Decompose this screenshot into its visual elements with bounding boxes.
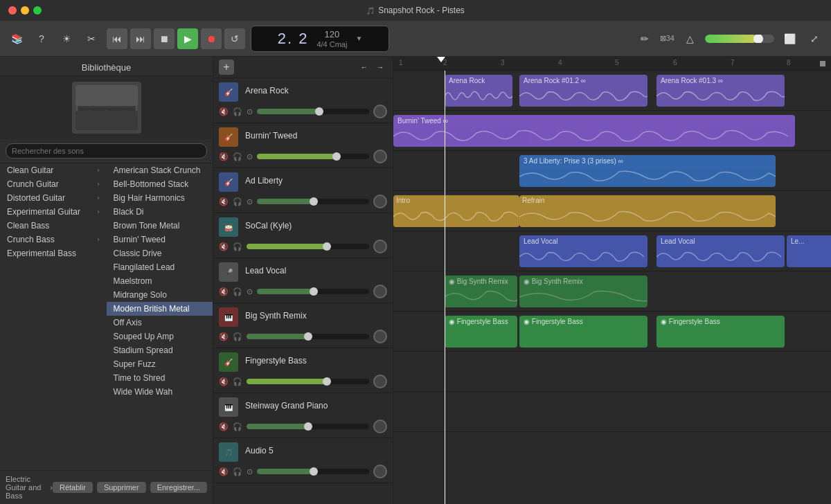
cat-big-hair[interactable]: Big Hair Harmonics (107, 191, 213, 205)
time-sig-arrow[interactable]: ▼ (355, 35, 362, 42)
mute-icon[interactable]: 🔇 (219, 467, 229, 476)
tracks-arrow-right[interactable]: → (373, 60, 387, 74)
cat-classic-drive[interactable]: Classic Drive (107, 246, 213, 260)
cat-crunch-bass[interactable]: Crunch Bass › (0, 233, 107, 246)
track-volume-knob[interactable] (373, 330, 387, 343)
track-volume-knob[interactable] (373, 375, 387, 388)
headphone-icon[interactable]: 🎧 (233, 332, 242, 341)
delete-button[interactable]: Supprimer (97, 482, 146, 493)
clip-burnin-tweed[interactable]: Burnin' Tweed ∞ (393, 115, 795, 147)
rewind-button[interactable]: ⏮ (107, 28, 127, 49)
brightness-icon-btn[interactable]: ☀ (57, 29, 76, 48)
close-button[interactable] (8, 6, 17, 15)
mute-icon[interactable]: 🔇 (219, 332, 229, 341)
track-volume-knob[interactable] (373, 105, 387, 118)
mute-icon[interactable]: 🔇 (219, 422, 229, 431)
mute-icon[interactable]: 🔇 (219, 197, 229, 206)
track-fader[interactable] (257, 469, 369, 474)
headphone-icon[interactable]: 🎧 (233, 152, 242, 161)
reset-button[interactable]: Rétablir (53, 482, 93, 493)
tracks-arrow-left[interactable]: ← (357, 60, 371, 74)
search-input[interactable] (6, 143, 207, 159)
cat-black-di[interactable]: Black Di (107, 205, 213, 219)
clip-arena-rock-3[interactable]: Arena Rock #01.3 ∞ (656, 75, 785, 107)
clip-ad-liberty[interactable]: 3 Ad Liberty: Prise 3 (3 prises) ∞ (519, 155, 776, 187)
maximize-button[interactable] (33, 6, 42, 15)
clip-arena-rock-1[interactable]: Arena Rock (445, 75, 512, 107)
track-fader[interactable] (257, 199, 369, 204)
library-icon-btn[interactable]: 📚 (7, 29, 26, 48)
mute-icon[interactable]: 🔇 (219, 107, 229, 116)
headphone-icon[interactable]: 🎧 (233, 107, 242, 116)
record-icon[interactable]: ⊙ (247, 107, 253, 116)
headphone-icon[interactable]: 🎧 (233, 377, 242, 386)
stop-button[interactable]: ⏹ (154, 28, 175, 49)
cat-midrange-solo[interactable]: Midrange Solo (107, 288, 213, 302)
record-icon[interactable]: ⊙ (247, 152, 253, 161)
clip-lead-vocal-1[interactable]: Lead Vocal (519, 235, 647, 267)
loop-button[interactable]: ↺ (224, 28, 245, 49)
pencil-icon-btn[interactable]: ✏ (635, 29, 654, 48)
clip-big-synth-1[interactable]: ◉ Big Synth Remix (445, 276, 517, 307)
cat-clean-guitar[interactable]: Clean Guitar › (0, 163, 107, 177)
cat-bell-bottomed[interactable]: Bell-Bottomed Stack (107, 177, 213, 191)
headphone-icon[interactable]: 🎧 (233, 242, 242, 251)
clip-lead-vocal-3[interactable]: Le... (787, 235, 831, 267)
clip-fingerstyle-1[interactable]: ◉ Fingerstyle Bass (445, 316, 517, 348)
clip-lead-vocal-2[interactable]: Lead Vocal (656, 235, 785, 267)
share-icon-btn[interactable]: △ (680, 29, 699, 48)
scissors-icon-btn[interactable]: ✂ (82, 29, 101, 48)
cat-experimental-guitar[interactable]: Experimental Guitar › (0, 205, 107, 219)
track-volume-knob[interactable] (373, 150, 387, 163)
track-volume-knob[interactable] (373, 285, 387, 298)
cat-stadium-spread[interactable]: Stadium Spread (107, 343, 213, 357)
track-volume-knob[interactable] (373, 240, 387, 253)
headphone-icon[interactable]: 🎧 (233, 287, 242, 296)
clip-refrain[interactable]: Refrain (519, 195, 776, 227)
cat-time-shred[interactable]: Time to Shred (107, 371, 213, 385)
track-volume-knob[interactable] (373, 195, 387, 208)
record-icon[interactable]: ⊙ (247, 467, 253, 476)
mute-icon[interactable]: 🔇 (219, 287, 229, 296)
headphone-icon[interactable]: 🎧 (233, 197, 242, 206)
clip-fingerstyle-3[interactable]: ◉ Fingerstyle Bass (656, 316, 785, 348)
tracks-timeline[interactable]: Arena Rock Arena Rock #01.2 ∞ Arena Rock… (393, 71, 831, 504)
cat-maelstrom[interactable]: Maelstrom (107, 274, 213, 288)
minimize-button[interactable] (21, 6, 29, 15)
record-icon[interactable]: ⊙ (247, 287, 253, 296)
timeline-ruler[interactable]: 1 2 3 4 5 6 7 8 (393, 57, 831, 71)
save-button[interactable]: Enregistrer... (150, 482, 207, 493)
track-fader[interactable] (257, 154, 369, 159)
cat-super-fuzz[interactable]: Super Fuzz (107, 357, 213, 371)
cat-modern-british[interactable]: Modern British Metal (107, 302, 213, 316)
cat-wide-wah[interactable]: Wide Wide Wah (107, 385, 213, 399)
cat-brown-tone[interactable]: Brown Tone Metal (107, 219, 213, 233)
add-track-button[interactable]: + (219, 60, 234, 75)
track-fader[interactable] (257, 109, 369, 114)
clip-arena-rock-2[interactable]: Arena Rock #01.2 ∞ (519, 75, 647, 107)
cat-experimental-bass[interactable]: Experimental Bass (0, 246, 107, 260)
track-fader[interactable] (257, 289, 369, 294)
play-button[interactable]: ▶ (177, 28, 198, 49)
cat-flangilated[interactable]: Flangilated Lead (107, 260, 213, 274)
track-fader[interactable] (247, 424, 369, 429)
cat-off-axis[interactable]: Off Axis (107, 316, 213, 330)
cat-crunch-guitar[interactable]: Crunch Guitar › (0, 177, 107, 191)
track-fader[interactable] (247, 244, 369, 249)
record-icon[interactable]: ⊙ (247, 197, 253, 206)
record-button[interactable]: ⏺ (201, 28, 222, 49)
help-icon-btn[interactable]: ? (32, 29, 51, 48)
volume-knob[interactable] (753, 35, 763, 43)
headphone-icon[interactable]: 🎧 (233, 467, 242, 476)
mute-icon[interactable]: 🔇 (219, 377, 229, 386)
fullscreen-btn[interactable]: ⤢ (805, 29, 824, 48)
track-volume-knob[interactable] (373, 465, 387, 478)
clip-intro[interactable]: Intro (393, 195, 519, 227)
headphone-icon[interactable]: 🎧 (233, 422, 242, 431)
track-fader[interactable] (247, 379, 369, 384)
clip-fingerstyle-2[interactable]: ◉ Fingerstyle Bass (519, 316, 647, 348)
cat-clean-bass[interactable]: Clean Bass (0, 219, 107, 233)
cat-burnin-tweed[interactable]: Burnin' Tweed (107, 233, 213, 246)
clip-big-synth-2[interactable]: ◉ Big Synth Remix (519, 276, 647, 307)
fast-forward-button[interactable]: ⏭ (130, 28, 151, 49)
